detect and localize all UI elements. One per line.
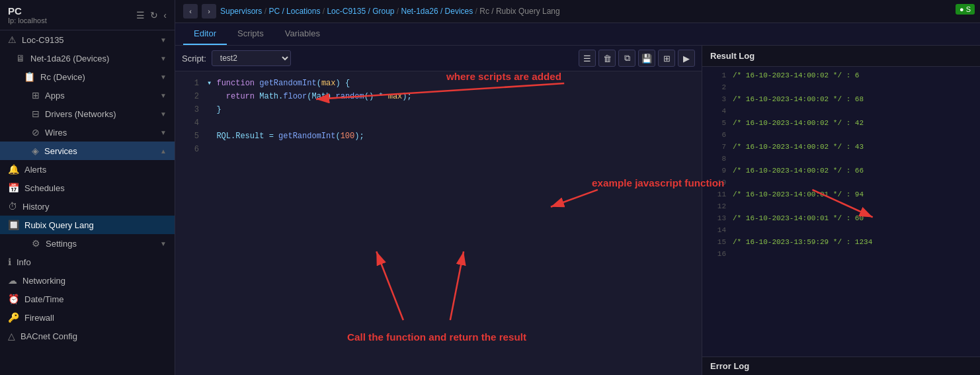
forward-button[interactable]: › — [202, 4, 216, 19]
log-line: 15/* 16-10-2023-13:59:29 */ : 1234 — [702, 236, 980, 248]
editor-toolbar: Script: test1test2test3 ☰🗑⧉💾⊞▶ — [175, 46, 702, 71]
log-line-content: /* 16-10-2023-14:00:02 */ : 68 — [733, 93, 864, 105]
firewall-icon: 🔑 — [8, 312, 19, 323]
schedules-label: Schedules — [24, 183, 167, 193]
result-log-header: Result Log — [702, 46, 980, 67]
sidebar-device-name: PC — [8, 5, 47, 17]
rc-label: Rc (Device) — [40, 72, 155, 82]
breadcrumb-sep: / — [320, 7, 327, 16]
code-line: 5 RQL.Result = getRandomInt(100); — [175, 130, 702, 143]
sidebar-item-firewall[interactable]: 🔑Firewall — [0, 308, 175, 327]
breadcrumb-net-1da26[interactable]: Net-1da26 / Devices — [401, 7, 473, 16]
line-number: 5 — [181, 130, 199, 143]
history-label: History — [22, 202, 167, 212]
sidebar-item-schedules[interactable]: 📅Schedules — [0, 179, 175, 197]
sidebar-header-icons: ☰ ↻ ‹ — [136, 10, 167, 21]
back-button[interactable]: ‹ — [183, 4, 198, 19]
collapse-icon[interactable]: ‹ — [163, 10, 167, 21]
log-line-number: 13 — [708, 212, 726, 224]
main-content: ‹ › Supervisors / PC / Locations / Loc-C… — [175, 0, 980, 375]
loc-c9135-icon: ⚠ — [8, 34, 17, 45]
log-line-content: /* 16-10-2023-14:00:02 */ : 42 — [733, 117, 864, 129]
services-label: Services — [44, 146, 155, 156]
tab-scripts[interactable]: Scripts — [227, 23, 274, 45]
log-line-content: /* 16-10-2023-14:00:01 */ : 94 — [733, 188, 864, 200]
wires-chevron: ▼ — [160, 129, 167, 136]
datetime-icon: ⏰ — [8, 294, 19, 304]
code-line: 4 — [175, 116, 702, 130]
log-line: 5/* 16-10-2023-14:00:02 */ : 42 — [702, 117, 980, 129]
code-editor[interactable]: 1▾ function getRandomInt(max) {2 return … — [175, 71, 702, 375]
tab-variables[interactable]: Variables — [274, 23, 331, 45]
breadcrumb-loc-c9135[interactable]: Loc-C9135 / Group — [327, 7, 394, 16]
breadcrumb-rc: Rc / Rubix Query Lang — [479, 7, 559, 16]
toolbar-run-button[interactable]: ▶ — [678, 50, 695, 67]
menu-icon[interactable]: ☰ — [136, 10, 145, 21]
settings-label: Settings — [46, 239, 155, 249]
sidebar-item-net-1da26[interactable]: 🖥Net-1da26 (Devices)▼ — [0, 49, 175, 67]
sidebar-item-rubix-query[interactable]: 🔲Rubix Query Lang — [0, 216, 175, 234]
datetime-label: Date/Time — [24, 294, 167, 304]
sidebar: PC Ip: localhost ☰ ↻ ‹ ⚠Loc-C9135▼🖥Net-1… — [0, 0, 175, 375]
sidebar-item-services[interactable]: ◈Services▲ — [0, 142, 175, 160]
sidebar-item-loc-c9135[interactable]: ⚠Loc-C9135▼ — [0, 30, 175, 49]
log-line: 7/* 16-10-2023-14:00:02 */ : 43 — [702, 141, 980, 153]
sidebar-item-bacnet[interactable]: △BACnet Config — [0, 327, 175, 345]
log-line: 1/* 16-10-2023-14:00:02 */ : 6 — [702, 69, 980, 81]
sidebar-item-rc[interactable]: 📋Rc (Device)▼ — [0, 67, 175, 86]
rc-chevron: ▼ — [160, 73, 167, 81]
sidebar-item-history[interactable]: ⏱History — [0, 197, 175, 216]
settings-icon: ⚙ — [32, 238, 40, 249]
log-line: 16 — [702, 248, 980, 260]
networking-label: Networking — [22, 276, 167, 286]
history-icon: ⏱ — [8, 201, 17, 212]
sidebar-ip: Ip: localhost — [8, 17, 47, 24]
refresh-icon[interactable]: ↻ — [150, 10, 158, 21]
toolbar-copy-button[interactable]: ⧉ — [618, 50, 635, 67]
alerts-icon: 🔔 — [8, 164, 19, 175]
tab-editor[interactable]: Editor — [183, 23, 227, 45]
toolbar-save-button[interactable]: 💾 — [638, 50, 655, 67]
line-number: 6 — [181, 143, 199, 156]
toolbar-add-button[interactable]: ⊞ — [658, 50, 675, 67]
sidebar-item-wires[interactable]: ⊘Wires▼ — [0, 123, 175, 142]
code-line: 6 — [175, 143, 702, 156]
code-line: 3 } — [175, 103, 702, 116]
line-number: 1 — [181, 77, 199, 90]
breadcrumb-pc-locations[interactable]: PC / Locations — [268, 7, 320, 16]
line-content — [207, 143, 212, 156]
drivers-icon: ⊟ — [32, 108, 40, 119]
settings-chevron: ▼ — [160, 240, 167, 247]
sidebar-item-info[interactable]: ℹInfo — [0, 253, 175, 271]
apps-icon: ⊞ — [32, 90, 40, 101]
breadcrumb-supervisors[interactable]: Supervisors — [220, 7, 262, 16]
result-log[interactable]: 1/* 16-10-2023-14:00:02 */ : 62 3/* 16-1… — [702, 67, 980, 356]
sidebar-header: PC Ip: localhost ☰ ↻ ‹ — [0, 0, 175, 30]
line-content: return Math.floor(Math.random() * max); — [207, 90, 412, 103]
toolbar-delete-button[interactable]: 🗑 — [598, 50, 616, 67]
sidebar-item-datetime[interactable]: ⏰Date/Time — [0, 290, 175, 308]
breadcrumb-sep: / — [262, 7, 268, 16]
sidebar-item-drivers[interactable]: ⊟Drivers (Networks)▼ — [0, 104, 175, 123]
sidebar-item-networking[interactable]: ☁Networking — [0, 271, 175, 290]
breadcrumb: ‹ › Supervisors / PC / Locations / Loc-C… — [175, 0, 980, 23]
log-line-number: 14 — [708, 224, 726, 236]
log-line: 4 — [702, 105, 980, 117]
log-line-content: /* 16-10-2023-14:00:02 */ : 6 — [733, 69, 859, 81]
breadcrumb-sep: / — [473, 7, 479, 16]
sidebar-item-settings[interactable]: ⚙Settings▼ — [0, 234, 175, 253]
toolbar-list-button[interactable]: ☰ — [579, 50, 596, 67]
loc-c9135-label: Loc-C9135 — [22, 35, 155, 45]
wires-icon: ⊘ — [32, 127, 40, 138]
log-line: 6 — [702, 129, 980, 141]
log-line-number: 2 — [708, 81, 726, 93]
script-select[interactable]: test1test2test3 — [212, 50, 291, 66]
info-label: Info — [17, 257, 167, 267]
log-line-number: 9 — [708, 165, 726, 177]
sidebar-item-alerts[interactable]: 🔔Alerts — [0, 160, 175, 179]
log-line-number: 16 — [708, 248, 726, 260]
script-label: Script: — [182, 54, 206, 63]
sidebar-item-apps[interactable]: ⊞Apps▼ — [0, 86, 175, 104]
log-line-content: /* 16-10-2023-14:00:02 */ : 43 — [733, 141, 864, 153]
result-panel: Result Log 1/* 16-10-2023-14:00:02 */ : … — [702, 46, 980, 375]
